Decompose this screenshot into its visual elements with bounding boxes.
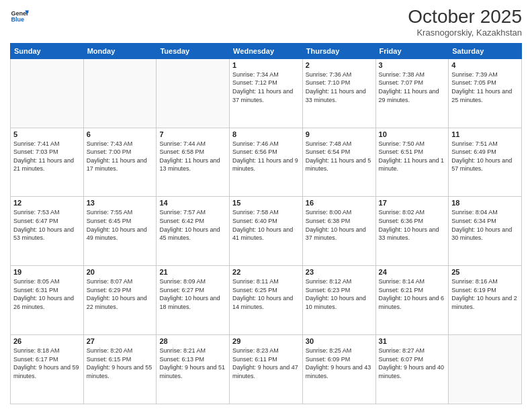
table-row: 15Sunrise: 7:58 AMSunset: 6:40 PMDayligh… [230, 197, 303, 266]
day-info: Sunrise: 7:34 AMSunset: 7:12 PMDaylight:… [232, 71, 300, 104]
day-info: Sunrise: 8:09 AMSunset: 6:27 PMDaylight:… [159, 277, 226, 311]
day-info: Sunrise: 8:16 AMSunset: 6:19 PMDaylight:… [451, 277, 519, 311]
day-info: Sunrise: 7:51 AMSunset: 6:49 PMDaylight:… [451, 140, 519, 173]
table-row: 22Sunrise: 8:11 AMSunset: 6:25 PMDayligh… [230, 266, 303, 335]
table-row: 25Sunrise: 8:16 AMSunset: 6:19 PMDayligh… [449, 266, 522, 335]
table-row: 24Sunrise: 8:14 AMSunset: 6:21 PMDayligh… [375, 266, 449, 335]
calendar-table: Sunday Monday Tuesday Wednesday Thursday… [10, 43, 522, 404]
day-number: 15 [232, 199, 300, 207]
day-info: Sunrise: 7:53 AMSunset: 6:47 PMDaylight:… [13, 208, 81, 242]
table-row: 17Sunrise: 8:02 AMSunset: 6:36 PMDayligh… [375, 197, 449, 266]
day-number: 28 [159, 337, 226, 345]
day-number: 22 [232, 268, 300, 276]
month-title: October 2025 [408, 7, 522, 28]
day-number: 18 [451, 199, 519, 207]
header-sunday: Sunday [11, 43, 84, 58]
table-row: 3Sunrise: 7:38 AMSunset: 7:07 PMDaylight… [375, 58, 449, 128]
day-info: Sunrise: 8:14 AMSunset: 6:21 PMDaylight:… [379, 277, 446, 311]
day-info: Sunrise: 8:25 AMSunset: 6:09 PMDaylight:… [306, 347, 373, 380]
day-number: 11 [451, 130, 519, 138]
table-row: 16Sunrise: 8:00 AMSunset: 6:38 PMDayligh… [302, 197, 375, 266]
table-row: 19Sunrise: 8:05 AMSunset: 6:31 PMDayligh… [11, 266, 84, 335]
day-info: Sunrise: 7:41 AMSunset: 7:03 PMDaylight:… [13, 140, 81, 173]
day-info: Sunrise: 8:11 AMSunset: 6:25 PMDaylight:… [232, 277, 300, 311]
day-number: 19 [13, 268, 81, 276]
day-info: Sunrise: 7:43 AMSunset: 7:00 PMDaylight:… [87, 140, 154, 173]
day-number: 4 [451, 61, 519, 69]
day-number: 16 [306, 199, 373, 207]
day-info: Sunrise: 7:44 AMSunset: 6:58 PMDaylight:… [159, 140, 226, 173]
table-row: 29Sunrise: 8:23 AMSunset: 6:11 PMDayligh… [230, 335, 303, 404]
day-number: 2 [306, 61, 373, 69]
day-info: Sunrise: 7:38 AMSunset: 7:07 PMDaylight:… [379, 71, 446, 104]
header-friday: Friday [375, 43, 449, 58]
day-info: Sunrise: 8:27 AMSunset: 6:07 PMDaylight:… [379, 347, 446, 380]
table-row: 11Sunrise: 7:51 AMSunset: 6:49 PMDayligh… [449, 128, 522, 197]
day-info: Sunrise: 7:46 AMSunset: 6:56 PMDaylight:… [232, 140, 300, 173]
day-number: 30 [306, 337, 373, 345]
day-number: 5 [13, 130, 81, 138]
day-number: 20 [87, 268, 154, 276]
day-number: 10 [379, 130, 446, 138]
table-row: 9Sunrise: 7:48 AMSunset: 6:54 PMDaylight… [302, 128, 375, 197]
table-row: 6Sunrise: 7:43 AMSunset: 7:00 PMDaylight… [83, 128, 157, 197]
day-info: Sunrise: 8:07 AMSunset: 6:29 PMDaylight:… [87, 277, 154, 311]
day-info: Sunrise: 8:00 AMSunset: 6:38 PMDaylight:… [306, 208, 373, 242]
table-row: 5Sunrise: 7:41 AMSunset: 7:03 PMDaylight… [11, 128, 84, 197]
day-info: Sunrise: 7:36 AMSunset: 7:10 PMDaylight:… [306, 71, 373, 104]
table-row: 26Sunrise: 8:18 AMSunset: 6:17 PMDayligh… [11, 335, 84, 404]
day-info: Sunrise: 8:05 AMSunset: 6:31 PMDaylight:… [13, 277, 81, 311]
day-number: 7 [159, 130, 226, 138]
day-number: 1 [232, 61, 300, 69]
table-row: 27Sunrise: 8:20 AMSunset: 6:15 PMDayligh… [83, 335, 157, 404]
day-info: Sunrise: 7:57 AMSunset: 6:42 PMDaylight:… [159, 208, 226, 242]
table-row: 7Sunrise: 7:44 AMSunset: 6:58 PMDaylight… [157, 128, 230, 197]
day-number: 3 [379, 61, 446, 69]
header-monday: Monday [83, 43, 157, 58]
day-info: Sunrise: 8:12 AMSunset: 6:23 PMDaylight:… [306, 277, 373, 311]
table-row: 30Sunrise: 8:25 AMSunset: 6:09 PMDayligh… [302, 335, 375, 404]
day-number: 13 [87, 199, 154, 207]
logo-icon: General Blue [10, 7, 29, 26]
header-tuesday: Tuesday [157, 43, 230, 58]
day-number: 24 [379, 268, 446, 276]
header-wednesday: Wednesday [230, 43, 303, 58]
table-row: 28Sunrise: 8:21 AMSunset: 6:13 PMDayligh… [157, 335, 230, 404]
table-row: 1Sunrise: 7:34 AMSunset: 7:12 PMDaylight… [230, 58, 303, 128]
day-info: Sunrise: 8:20 AMSunset: 6:15 PMDaylight:… [87, 347, 154, 380]
header-thursday: Thursday [302, 43, 375, 58]
logo: General Blue [10, 7, 29, 26]
day-number: 6 [87, 130, 154, 138]
day-number: 27 [87, 337, 154, 345]
day-number: 29 [232, 337, 300, 345]
day-number: 31 [379, 337, 446, 345]
table-row: 8Sunrise: 7:46 AMSunset: 6:56 PMDaylight… [230, 128, 303, 197]
calendar-header-row: Sunday Monday Tuesday Wednesday Thursday… [11, 43, 522, 58]
day-info: Sunrise: 8:18 AMSunset: 6:17 PMDaylight:… [13, 347, 81, 380]
table-row: 21Sunrise: 8:09 AMSunset: 6:27 PMDayligh… [157, 266, 230, 335]
table-row: 14Sunrise: 7:57 AMSunset: 6:42 PMDayligh… [157, 197, 230, 266]
day-number: 8 [232, 130, 300, 138]
day-info: Sunrise: 7:48 AMSunset: 6:54 PMDaylight:… [306, 140, 373, 173]
day-info: Sunrise: 8:21 AMSunset: 6:13 PMDaylight:… [159, 347, 226, 380]
day-number: 17 [379, 199, 446, 207]
day-number: 21 [159, 268, 226, 276]
table-row: 12Sunrise: 7:53 AMSunset: 6:47 PMDayligh… [11, 197, 84, 266]
day-number: 12 [13, 199, 81, 207]
table-row: 31Sunrise: 8:27 AMSunset: 6:07 PMDayligh… [375, 335, 449, 404]
table-row [157, 58, 230, 128]
day-number: 26 [13, 337, 81, 345]
table-row: 23Sunrise: 8:12 AMSunset: 6:23 PMDayligh… [302, 266, 375, 335]
title-block: October 2025 Krasnogorskiy, Kazakhstan [408, 7, 522, 38]
day-number: 9 [306, 130, 373, 138]
day-info: Sunrise: 7:39 AMSunset: 7:05 PMDaylight:… [451, 71, 519, 104]
day-number: 14 [159, 199, 226, 207]
table-row: 13Sunrise: 7:55 AMSunset: 6:45 PMDayligh… [83, 197, 157, 266]
table-row: 20Sunrise: 8:07 AMSunset: 6:29 PMDayligh… [83, 266, 157, 335]
table-row: 10Sunrise: 7:50 AMSunset: 6:51 PMDayligh… [375, 128, 449, 197]
day-number: 25 [451, 268, 519, 276]
day-info: Sunrise: 7:50 AMSunset: 6:51 PMDaylight:… [379, 140, 446, 173]
day-info: Sunrise: 7:55 AMSunset: 6:45 PMDaylight:… [87, 208, 154, 242]
location-subtitle: Krasnogorskiy, Kazakhstan [408, 28, 522, 38]
table-row [83, 58, 157, 128]
